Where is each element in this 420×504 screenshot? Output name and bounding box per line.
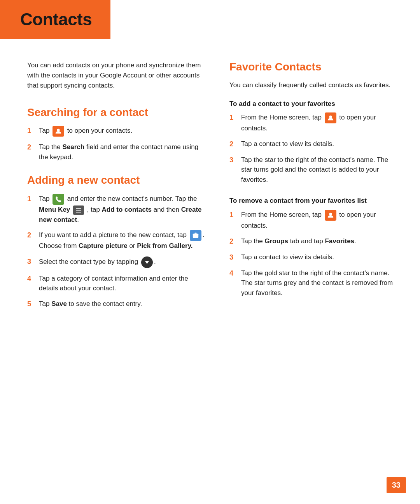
step-text: Tap to open your contacts. xyxy=(39,126,206,137)
svg-point-5 xyxy=(329,116,332,118)
step-item: 1 From the Home screen, tap to open your… xyxy=(229,112,397,133)
step-text: From the Home screen, tap to open your c… xyxy=(241,112,397,133)
svg-point-6 xyxy=(329,213,332,216)
step-number: 1 xyxy=(229,210,238,220)
step-item: 2 If you want to add a picture to the ne… xyxy=(27,230,206,251)
step-item: 2 Tap a contact to view its details. xyxy=(229,139,397,149)
page-title: Contacts xyxy=(20,10,92,29)
sub-section-add-favorites: To add a contact to your favorites 1 Fro… xyxy=(229,99,397,185)
svg-marker-4 xyxy=(145,261,149,264)
step-item: 4 Tap the gold star to the right of the … xyxy=(229,268,397,298)
sub-section-remove-favorites: To remove a contact from your favorites … xyxy=(229,196,397,298)
remove-favorites-steps: 1 From the Home screen, tap to open your… xyxy=(229,210,397,298)
step-text: If you want to add a picture to the new … xyxy=(39,230,206,251)
step-number: 4 xyxy=(229,268,238,279)
step-text: Tap Save to save the contact entry. xyxy=(39,299,206,309)
step-number: 2 xyxy=(229,236,238,247)
step-text: Select the contact type by tapping . xyxy=(39,256,206,268)
favorite-contacts-heading: Favorite Contacts xyxy=(229,60,397,74)
step-number: 1 xyxy=(27,194,36,204)
step-text: Tap the Search field and enter the conta… xyxy=(39,142,206,162)
step-number: 2 xyxy=(27,142,36,153)
svg-rect-3 xyxy=(194,233,196,234)
step-text: Tap and enter the new contact's number. … xyxy=(39,194,206,225)
step-number: 1 xyxy=(229,112,238,123)
step-item: 1 Tap and enter the new contact's number… xyxy=(27,194,206,225)
step-number: 5 xyxy=(27,299,36,309)
step-number: 2 xyxy=(27,230,36,241)
page-number: 33 xyxy=(387,477,406,493)
step-number: 3 xyxy=(27,256,36,267)
menu-key-icon xyxy=(73,205,84,215)
searching-steps: 1 Tap to open your contacts. 2 Tap the S… xyxy=(27,126,206,162)
step-item: 2 Tap the Search field and enter the con… xyxy=(27,142,206,162)
step-item: 3 Tap a contact to view its details. xyxy=(229,252,397,263)
step-item: 3 Select the contact type by tapping . xyxy=(27,256,206,268)
phone-icon xyxy=(52,194,64,205)
content-area: You can add contacts on your phone and s… xyxy=(0,39,420,344)
right-column: Favorite Contacts You can classify frequ… xyxy=(229,60,397,321)
step-text: Tap a category of contact information an… xyxy=(39,274,206,293)
intro-text: You can add contacts on your phone and s… xyxy=(27,60,206,91)
contacts-icon xyxy=(52,126,64,137)
step-number: 3 xyxy=(229,252,238,263)
step-item: 2 Tap the Groups tab and tap Favorites. xyxy=(229,236,397,247)
adding-heading: Adding a new contact xyxy=(27,174,206,187)
add-favorites-subheading: To add a contact to your favorites xyxy=(229,99,397,109)
step-item: 4 Tap a category of contact information … xyxy=(27,274,206,293)
step-item: 3 Tap the star to the right of the conta… xyxy=(229,155,397,185)
step-item: 5 Tap Save to save the contact entry. xyxy=(27,299,206,309)
step-item: 1 Tap to open your contacts. xyxy=(27,126,206,137)
photo-icon xyxy=(190,230,201,241)
step-text: Tap a contact to view its details. xyxy=(241,252,397,262)
favorite-intro: You can classify frequently called conta… xyxy=(229,80,397,90)
step-text: Tap the Groups tab and tap Favorites. xyxy=(241,236,397,246)
adding-steps: 1 Tap and enter the new contact's number… xyxy=(27,194,206,309)
step-text: Tap the gold star to the right of the co… xyxy=(241,268,397,298)
left-column: You can add contacts on your phone and s… xyxy=(27,60,206,321)
step-number: 1 xyxy=(27,126,36,136)
svg-point-2 xyxy=(194,235,196,237)
step-item: 1 From the Home screen, tap to open your… xyxy=(229,210,397,231)
section-adding: Adding a new contact 1 Tap and enter the… xyxy=(27,174,206,309)
svg-point-0 xyxy=(57,129,60,132)
step-text: From the Home screen, tap to open your c… xyxy=(241,210,397,231)
page-header: Contacts xyxy=(0,0,110,39)
step-number: 2 xyxy=(229,139,238,149)
step-text: Tap the star to the right of the contact… xyxy=(241,155,397,185)
section-searching: Searching for a contact 1 Tap to open yo… xyxy=(27,106,206,162)
step-text: Tap a contact to view its details. xyxy=(241,139,397,149)
remove-favorites-subheading: To remove a contact from your favorites … xyxy=(229,196,397,206)
contacts-icon xyxy=(325,112,336,123)
step-number: 3 xyxy=(229,155,238,165)
contacts-icon xyxy=(325,210,336,221)
add-favorites-steps: 1 From the Home screen, tap to open your… xyxy=(229,112,397,184)
searching-heading: Searching for a contact xyxy=(27,106,206,119)
step-number: 4 xyxy=(27,274,36,284)
dropdown-icon xyxy=(141,256,153,268)
